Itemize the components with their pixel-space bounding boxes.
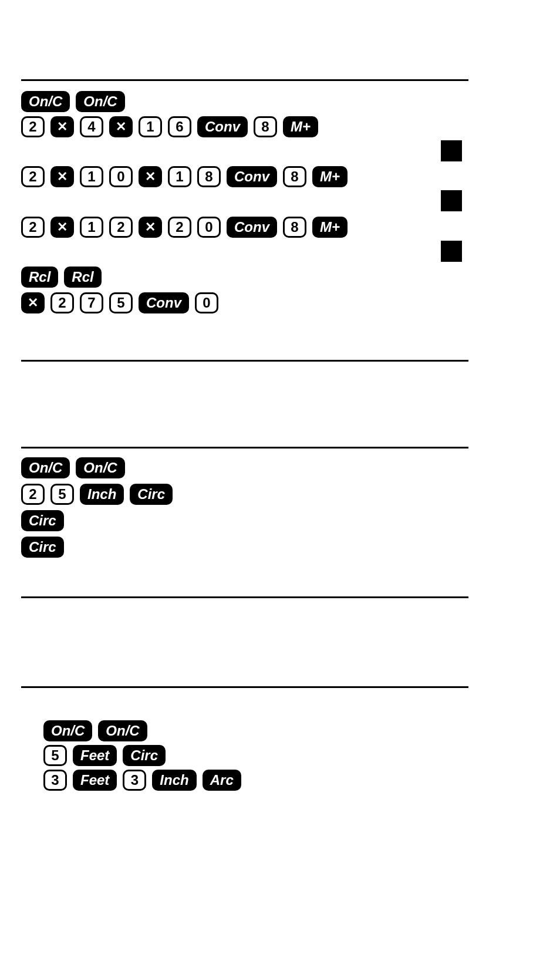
s3-row2: 5 Feet Circ	[43, 745, 166, 766]
s1-row1: On/C On/C	[21, 91, 125, 112]
key-times: ✕	[50, 166, 74, 187]
key-conv: Conv	[227, 166, 277, 187]
key-2: 2	[168, 217, 191, 238]
key-0: 0	[195, 292, 218, 313]
key-3: 3	[123, 770, 146, 791]
key-8: 8	[283, 166, 306, 187]
key-feet: Feet	[73, 745, 117, 766]
rule-5	[21, 686, 468, 688]
key-feet: Feet	[73, 770, 117, 791]
key-5: 5	[43, 745, 67, 766]
key-times: ✕	[50, 217, 74, 238]
key-times: ✕	[109, 116, 133, 137]
s1-row6: ✕ 2 7 5 Conv 0	[21, 292, 218, 313]
key-1: 1	[80, 166, 103, 187]
key-7: 7	[80, 292, 103, 313]
s1-row5: Rcl Rcl	[21, 267, 102, 288]
key-circ: Circ	[123, 745, 166, 766]
key-conv: Conv	[197, 116, 248, 137]
key-6: 6	[168, 116, 191, 137]
key-0: 0	[197, 217, 221, 238]
key-conv: Conv	[227, 217, 277, 238]
key-5: 5	[109, 292, 133, 313]
rule-4	[21, 596, 468, 598]
key-2: 2	[21, 484, 45, 505]
key-inch: Inch	[152, 770, 196, 791]
s3-row1: On/C On/C	[43, 720, 147, 741]
key-mplus: M+	[312, 166, 348, 187]
key-inch: Inch	[80, 484, 124, 505]
rule-2	[21, 360, 468, 362]
s2-row3: Circ	[21, 510, 64, 531]
key-times: ✕	[21, 292, 45, 313]
key-5: 5	[50, 484, 74, 505]
key-rcl: Rcl	[21, 267, 58, 288]
key-4: 4	[80, 116, 103, 137]
s1-row4: 2 ✕ 1 2 ✕ 2 0 Conv 8 M+	[21, 217, 348, 238]
key-3: 3	[43, 770, 67, 791]
key-on-c: On/C	[43, 720, 92, 741]
s2-row1: On/C On/C	[21, 457, 125, 478]
square-icon	[441, 241, 462, 262]
key-arc: Arc	[203, 770, 241, 791]
key-on-c: On/C	[76, 457, 124, 478]
key-2: 2	[21, 116, 45, 137]
key-1: 1	[80, 217, 103, 238]
key-rcl: Rcl	[64, 267, 101, 288]
key-conv: Conv	[139, 292, 189, 313]
key-circ: Circ	[21, 537, 64, 558]
key-on-c: On/C	[76, 91, 124, 112]
rule-3	[21, 447, 468, 448]
key-0: 0	[109, 166, 133, 187]
s3-row3: 3 Feet 3 Inch Arc	[43, 770, 241, 791]
key-on-c: On/C	[98, 720, 147, 741]
key-on-c: On/C	[21, 91, 70, 112]
key-circ: Circ	[130, 484, 173, 505]
key-2: 2	[21, 166, 45, 187]
square-icon	[441, 190, 462, 211]
key-times: ✕	[139, 166, 162, 187]
key-circ: Circ	[21, 510, 64, 531]
key-8: 8	[197, 166, 221, 187]
s2-row2: 2 5 Inch Circ	[21, 484, 173, 505]
key-times: ✕	[50, 116, 74, 137]
key-2: 2	[21, 217, 45, 238]
key-on-c: On/C	[21, 457, 70, 478]
key-2: 2	[50, 292, 74, 313]
key-8: 8	[254, 116, 277, 137]
key-1: 1	[168, 166, 191, 187]
key-2: 2	[109, 217, 133, 238]
square-icon	[441, 140, 462, 161]
s2-row4: Circ	[21, 537, 64, 558]
key-1: 1	[139, 116, 162, 137]
s1-row3: 2 ✕ 1 0 ✕ 1 8 Conv 8 M+	[21, 166, 348, 187]
key-mplus: M+	[283, 116, 318, 137]
key-8: 8	[283, 217, 306, 238]
s1-row2: 2 ✕ 4 ✕ 1 6 Conv 8 M+	[21, 116, 318, 137]
key-times: ✕	[139, 217, 162, 238]
key-mplus: M+	[312, 217, 348, 238]
rule-1	[21, 79, 468, 81]
